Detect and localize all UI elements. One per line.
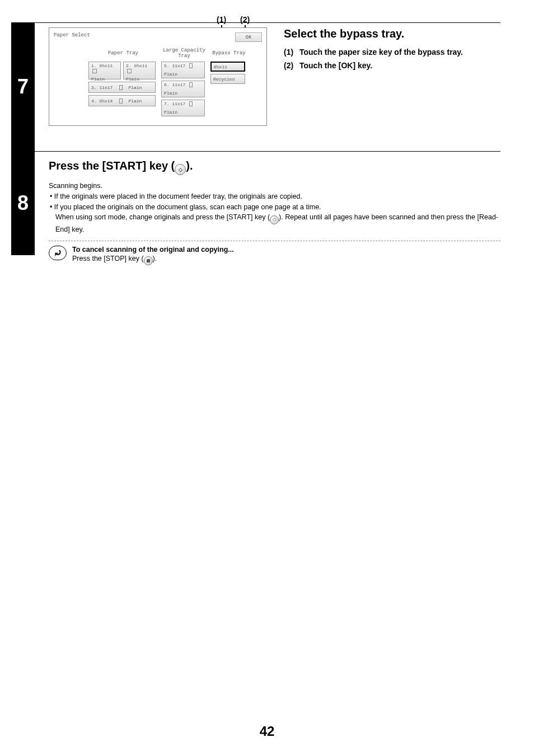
step8-bullet-2: If you placed the originals on the docum… [50, 202, 500, 213]
step-number-8: 8 [11, 151, 35, 255]
tray-4-button[interactable]: 4. 8½x14 Plain [88, 95, 156, 106]
bypass-type-button[interactable]: Recycled [210, 74, 245, 84]
cancel-body: Press the [STOP] key (). [72, 255, 234, 265]
step8-heading: Press the [START] key (◇). [49, 159, 500, 175]
bypass-tray-label: Bypass Tray [210, 48, 247, 59]
paper-tray-label: Paper Tray [88, 48, 158, 59]
tray-6-button[interactable]: 6. 11x17 Plain [161, 81, 205, 97]
tray-1-button[interactable]: 1. 8½x11 Plain [88, 62, 121, 79]
orient-icon [189, 82, 193, 87]
orient-icon [189, 101, 193, 106]
bypass-size: 8½x11 [214, 64, 227, 69]
tray-4-type: Plain [128, 98, 142, 104]
step7-item-2: (2)Touch the [OK] key. [284, 59, 500, 73]
tray-3-button[interactable]: 3. 11x17 Plain [88, 82, 156, 93]
dashed-separator [49, 241, 500, 241]
tray-2-type: Plain [126, 77, 153, 82]
tray-1-type: Plain [91, 77, 118, 82]
step7-heading: Select the bypass tray. [284, 27, 500, 40]
paper-select-panel: Paper Select OK Paper Tray 1. 8½x11 Plai… [49, 27, 267, 126]
tray-7-size: 7. 11x17 [164, 101, 185, 106]
tray-3-type: Plain [128, 85, 142, 90]
bypass-size-button[interactable]: 8½x11 [210, 62, 245, 72]
large-capacity-label: Large Capacity Tray [161, 48, 207, 59]
bypass-type: Recycled [213, 77, 235, 82]
orient-icon [119, 85, 123, 90]
tray-5-button[interactable]: 5. 11x17 Plain [161, 62, 205, 78]
tray-1-size: 1. 8½x11 [91, 63, 113, 68]
step8-sort-mode: When using sort mode, change originals a… [49, 212, 500, 235]
tray-3-size: 3. 11x17 [91, 85, 113, 90]
scanning-text: Scanning begins. [49, 181, 500, 191]
tray-6-size: 6. 11x17 [164, 82, 185, 87]
step7-item-1: (1)Touch the paper size key of the bypas… [284, 46, 500, 59]
step8-bullet-1: If the originals were placed in the docu… [50, 191, 500, 202]
orient-icon [119, 98, 123, 104]
callout-2: (2) [240, 15, 250, 24]
start-key-icon-small: ◇ [270, 215, 279, 224]
orient-icon [127, 69, 132, 73]
tray-2-size: 2. 8½x11 [126, 63, 147, 68]
tray-5-size: 5. 11x17 [164, 63, 185, 68]
ok-button[interactable]: OK [235, 32, 262, 42]
tray-6-type: Plain [164, 91, 202, 96]
tray-4-size: 4. 8½x14 [91, 98, 113, 104]
page-number: 42 [0, 724, 534, 739]
cancel-return-icon: ⤾ [49, 246, 67, 260]
cancel-title: To cancel scanning of the original and c… [72, 246, 234, 253]
start-key-icon: ◇ [175, 164, 186, 175]
tray-2-button[interactable]: 2. 8½x11 Plain [123, 62, 156, 79]
panel-title: Paper Select [54, 32, 262, 38]
tray-7-type: Plain [164, 110, 202, 115]
orient-icon [92, 69, 97, 73]
orient-icon [189, 63, 193, 68]
callout-1: (1) [217, 15, 226, 24]
tray-7-button[interactable]: 7. 11x17 Plain [161, 100, 205, 116]
tray-5-type: Plain [164, 72, 202, 77]
step-number-7: 7 [11, 22, 35, 151]
stop-key-icon [144, 256, 153, 265]
